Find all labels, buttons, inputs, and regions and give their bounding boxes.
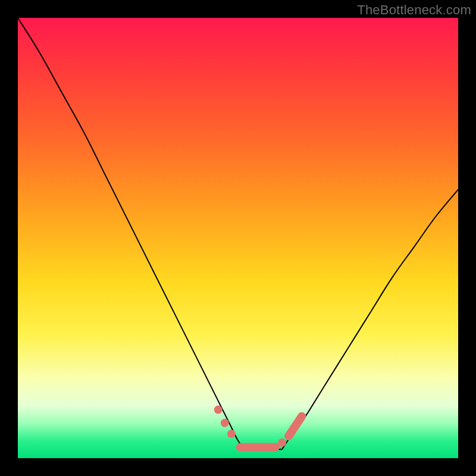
series-left-curve: [18, 18, 245, 449]
chart-frame: TheBottleneck.com: [0, 0, 476, 476]
marker-pill-5: [289, 416, 302, 436]
curve-layer: [18, 18, 458, 449]
series-right-curve: [282, 190, 458, 450]
plot-area: [18, 18, 458, 458]
chart-svg: [18, 18, 458, 458]
marker-dot-4: [278, 439, 286, 447]
marker-layer: [214, 406, 302, 447]
marker-dot-1: [221, 419, 229, 427]
watermark-label: TheBottleneck.com: [357, 2, 471, 18]
marker-dot-2: [227, 430, 236, 438]
marker-dot-0: [214, 406, 223, 414]
